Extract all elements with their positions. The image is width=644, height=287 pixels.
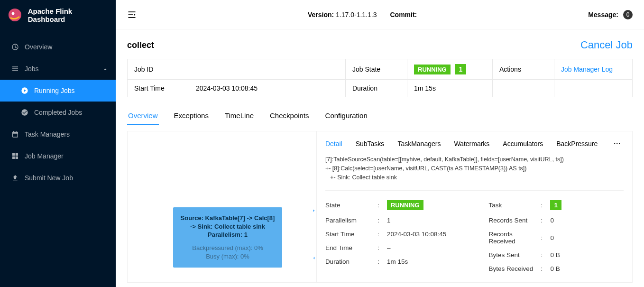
detail-tab-backpressure[interactable]: BackPressure (556, 138, 598, 149)
kv-rrecv-key: Records Received (488, 231, 541, 245)
sidebar-item-task-managers[interactable]: Task Managers (0, 123, 116, 145)
kv-starttime-val: 2024-03-03 10:08:45 (387, 231, 446, 238)
app-title: Apache Flink Dashboard (28, 7, 108, 23)
kv-parallelism-key: Parallelism (325, 217, 377, 224)
cancel-job-link[interactable]: Cancel Job (580, 39, 633, 51)
detail-tab-detail[interactable]: Detail (325, 138, 342, 149)
tab-exceptions[interactable]: Exceptions (173, 107, 210, 125)
sidebar-item-label: Task Managers (25, 130, 70, 138)
sidebar-item-completed-jobs[interactable]: Completed Jobs (0, 102, 116, 123)
plan-line: [7]:TableSourceScan(table=[[myhive, defa… (325, 155, 624, 164)
kv-duration-key: Duration (325, 258, 377, 265)
node-busy: Busy (max): 0% (178, 252, 277, 261)
main-content: Version: 1.17.0-1.1.1.3 Commit: Message:… (116, 0, 644, 287)
node-backpressure: Backpressured (max): 0% (178, 244, 277, 252)
status-badge: RUNNING (387, 200, 423, 210)
node-sink-line: -> Sink: Collect table sink (178, 222, 277, 231)
tab-configuration[interactable]: Configuration (324, 107, 368, 125)
tab-timeline[interactable]: TimeLine (224, 107, 255, 125)
tab-checkpoints[interactable]: Checkpoints (269, 107, 310, 125)
kv-starttime-key: Start Time (325, 231, 377, 238)
sidebar-item-overview[interactable]: Overview (0, 36, 116, 58)
duration-label: Duration (346, 80, 407, 97)
job-id-value (189, 59, 346, 80)
status-count-badge: 1 (455, 64, 467, 74)
sidebar-menu: Overview Jobs Running Jobs Completed Job… (0, 30, 116, 189)
sidebar-item-submit-new-job[interactable]: Submit New Job (0, 167, 116, 189)
tab-overview[interactable]: Overview (127, 107, 159, 125)
svg-point-1 (12, 12, 15, 15)
plan-line: +- [8]:Calc(select=[userName, visitURL, … (325, 164, 624, 173)
kv-endtime-val: – (387, 244, 391, 251)
sidebar-item-label: Running Jobs (34, 87, 75, 94)
kv-brecv-val: 0 B (550, 265, 560, 272)
sidebar-item-running-jobs[interactable]: Running Jobs (0, 80, 116, 102)
kv-duration-val: 1m 15s (387, 258, 408, 265)
page-header: collect Cancel Job (127, 39, 633, 51)
kv-parallelism-val: 1 (387, 217, 391, 224)
actions-label: Actions (493, 59, 554, 80)
node-parallelism-line: Parallelism: 1 (178, 231, 277, 239)
commit-info: Commit: (390, 11, 417, 19)
detail-tab-watermarks[interactable]: Watermarks (454, 138, 489, 149)
duration-value: 1m 15s (407, 80, 493, 97)
job-graph: Source: KafkaTable[7] -> Calc[8] -> Sink… (128, 131, 317, 282)
flink-logo-icon (8, 8, 22, 23)
node-source-line: Source: KafkaTable[7] -> Calc[8] (178, 214, 277, 222)
start-time-label: Start Time (128, 80, 189, 97)
detail-panel: Detail SubTasks TaskManagers Watermarks … (317, 131, 632, 282)
detail-kv-grid: State:RUNNING Parallelism:1 Start Time:2… (325, 190, 624, 279)
more-icon[interactable]: ··· (611, 140, 624, 148)
plan-line: +- Sink: Collect table sink (325, 173, 624, 182)
detail-tab-accumulators[interactable]: Accumulators (503, 138, 543, 149)
chevron-up-icon (102, 66, 108, 72)
job-id-label: Job ID (128, 59, 189, 80)
detail-tabs: Detail SubTasks TaskManagers Watermarks … (325, 138, 624, 149)
execution-plan: [7]:TableSourceScan(table=[[myhive, defa… (325, 155, 624, 182)
sidebar-item-label: Job Manager (25, 152, 64, 160)
job-state-label: Job State (346, 59, 407, 80)
bars-icon (11, 65, 19, 73)
detail-tab-taskmanagers[interactable]: TaskManagers (397, 138, 441, 149)
kv-task-key: Task (488, 202, 541, 209)
start-time-value: 2024-03-03 10:08:45 (189, 80, 346, 97)
version-info: Version: 1.17.0-1.1.1.3 (308, 11, 377, 19)
job-manager-log-link[interactable]: Job Manager Log (561, 65, 613, 73)
upload-icon (11, 174, 19, 182)
kv-rrecv-val: 0 (550, 234, 554, 241)
message-label: Message: (588, 11, 618, 19)
graph-node[interactable]: Source: KafkaTable[7] -> Calc[8] -> Sink… (173, 207, 282, 268)
menu-fold-icon[interactable] (127, 10, 137, 19)
schedule-icon (11, 130, 19, 138)
actions-value: Job Manager Log (554, 59, 633, 80)
kv-rsent-key: Records Sent (488, 217, 541, 224)
chevron-left-icon[interactable] (311, 252, 317, 264)
build-icon (11, 152, 19, 160)
job-state-value: RUNNING 1 (407, 59, 493, 80)
status-badge: RUNNING (414, 65, 451, 74)
sidebar-item-job-manager[interactable]: Job Manager (0, 145, 116, 167)
kv-brecv-key: Bytes Received (488, 265, 541, 272)
kv-endtime-key: End Time (325, 244, 377, 251)
detail-tab-subtasks[interactable]: SubTasks (356, 138, 385, 149)
message-count-badge[interactable]: 0 (623, 10, 633, 19)
kv-bsent-key: Bytes Sent (488, 251, 541, 259)
kv-bsent-val: 0 B (550, 251, 560, 259)
job-tabs: Overview Exceptions TimeLine Checkpoints… (127, 107, 633, 125)
sidebar-item-label: Completed Jobs (34, 109, 82, 116)
chevron-right-icon[interactable] (311, 205, 317, 216)
sidebar-item-label: Overview (25, 43, 52, 51)
sidebar-item-label: Submit New Job (25, 174, 73, 182)
kv-state-key: State (325, 202, 377, 209)
dashboard-icon (11, 43, 19, 51)
job-info-table: Job ID Job State RUNNING 1 Actions Job M… (127, 59, 633, 97)
sidebar: Apache Flink Dashboard Overview Jobs Run… (0, 0, 116, 287)
check-circle-icon (21, 109, 28, 116)
topbar: Version: 1.17.0-1.1.1.3 Commit: Message:… (116, 0, 644, 29)
kv-rsent-val: 0 (550, 217, 554, 224)
sidebar-item-jobs[interactable]: Jobs (0, 58, 116, 80)
task-count-badge: 1 (550, 200, 561, 210)
page-title: collect (127, 40, 154, 50)
sidebar-item-label: Jobs (25, 65, 39, 73)
overview-panel: Source: KafkaTable[7] -> Calc[8] -> Sink… (127, 131, 633, 283)
